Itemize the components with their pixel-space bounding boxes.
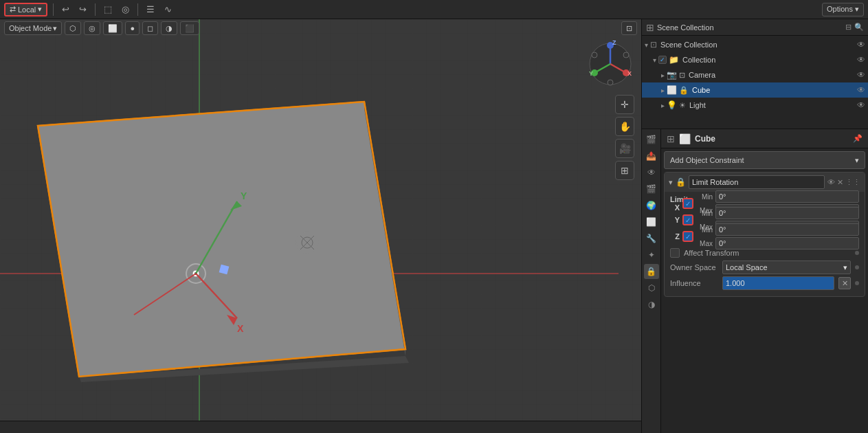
- cube-eye[interactable]: 👁: [857, 85, 865, 95]
- outliner-camera[interactable]: ▸ 📷 ⊡ Camera 👁: [642, 67, 868, 82]
- shading-rendered-btn[interactable]: ⬛: [180, 21, 199, 35]
- mode-label: Local: [18, 5, 36, 14]
- mode-selector[interactable]: ⇄ Local ▾: [4, 3, 47, 16]
- owner-space-dropdown[interactable]: Local Space ▾: [722, 260, 851, 274]
- limit-y-min-row: Min 0°: [696, 207, 859, 220]
- props-view-icon[interactable]: 👁: [644, 165, 659, 180]
- hand-btn[interactable]: ✋: [615, 117, 634, 136]
- snap-icon[interactable]: ⬚: [101, 3, 115, 16]
- proportional-icon[interactable]: ◎: [119, 3, 132, 16]
- scene-arrow: ▾: [645, 41, 648, 49]
- camera-icon2: ⊡: [679, 71, 685, 80]
- perspective-label: ⊡: [626, 24, 632, 33]
- limit-x-min-row: Min 0°: [696, 190, 859, 203]
- limit-y-min-value[interactable]: 0°: [715, 207, 859, 219]
- overlay-btn[interactable]: ◎: [84, 21, 100, 35]
- limit-y-min-label: Min: [696, 210, 713, 217]
- limit-y-check[interactable]: [682, 214, 693, 225]
- constraint-body: Limit X Min 0°: [665, 192, 865, 296]
- props-output-icon[interactable]: 📤: [644, 148, 659, 164]
- grid-btn[interactable]: ⊞: [615, 161, 634, 180]
- gizmo-svg: Z X Y: [586, 40, 634, 88]
- constraint-eye-icon[interactable]: 👁: [827, 178, 835, 186]
- viewport-shading-btn[interactable]: ⬡: [65, 21, 81, 35]
- limit-x-label: Limit X: [670, 195, 680, 212]
- props-object-icon[interactable]: ⬜: [644, 214, 659, 230]
- right-panel: ⊞ Scene Collection ⊟ 🔍 ▾ ⊡ Scene Collect…: [641, 19, 868, 433]
- owner-space-dot: [855, 265, 859, 269]
- outliner-scene-collection[interactable]: ▾ ⊡ Scene Collection 👁: [642, 37, 868, 52]
- limit-z-max-value[interactable]: 0°: [715, 237, 859, 249]
- svg-marker-4: [38, 102, 405, 377]
- influence-value: 1.000: [726, 279, 745, 287]
- light-icon2: ☀: [679, 101, 686, 110]
- perspective-toggle[interactable]: ⊡: [621, 21, 637, 35]
- limit-z-minmax: Min 0° Max 0°: [696, 223, 859, 250]
- xray-btn[interactable]: ⬜: [103, 21, 122, 35]
- limit-x-check[interactable]: [682, 198, 693, 209]
- limit-x-min-label: Min: [696, 193, 713, 201]
- top-toolbar: ⇄ Local ▾ ↩ ↪ ⬚ ◎ ☰ ∿ Options ▾: [0, 0, 868, 19]
- influence-dot: [855, 281, 859, 285]
- props-pin-icon[interactable]: 📌: [853, 134, 863, 143]
- props-particles-icon[interactable]: ✦: [644, 247, 659, 263]
- add-constraint-btn[interactable]: Add Object Constraint ▾: [664, 151, 865, 169]
- curve-icon[interactable]: ∿: [162, 3, 175, 16]
- cursor-btn[interactable]: ✛: [615, 95, 634, 114]
- outliner-cube[interactable]: ▸ ⬜ 🔒 Cube 👁: [642, 82, 868, 98]
- props-render-icon[interactable]: 🎬: [644, 132, 659, 147]
- props-scene-icon[interactable]: 🎬: [644, 181, 659, 197]
- svg-text:Y: Y: [241, 190, 247, 201]
- shading-wire-btn[interactable]: ◻: [142, 21, 158, 35]
- limit-z-row: Z Min 0°: [670, 229, 859, 244]
- shading-render-btn[interactable]: ◑: [161, 21, 177, 35]
- influence-bar[interactable]: 1.000: [722, 276, 834, 290]
- limit-z-label: Z: [670, 232, 680, 241]
- owner-space-label: Owner Space: [670, 263, 718, 271]
- filter-icon[interactable]: ⊟: [845, 23, 852, 32]
- props-modifier-icon[interactable]: 🔧: [644, 231, 659, 246]
- light-eye[interactable]: 👁: [857, 100, 865, 110]
- viewport[interactable]: Y X Object Mode ▾ ⬡ ◎: [0, 19, 641, 433]
- light-icon: 💡: [667, 100, 677, 110]
- influence-reset-btn[interactable]: ✕: [838, 277, 851, 289]
- outliner-light[interactable]: ▸ 💡 ☀ Light 👁: [642, 98, 868, 113]
- camera-eye[interactable]: 👁: [857, 70, 865, 80]
- constraint-delete-icon[interactable]: ✕: [837, 178, 843, 187]
- shading-solid-btn[interactable]: ●: [125, 21, 140, 35]
- constraint-move-icon[interactable]: ⋮⋮: [845, 178, 860, 187]
- props-material-icon[interactable]: ◑: [644, 297, 659, 312]
- scene-eye-icon[interactable]: 👁: [857, 40, 865, 49]
- viewport-grid: Y X: [0, 19, 641, 433]
- props-header-editor-icon: ⊞: [667, 133, 675, 144]
- cube-constraint-icon: 🔒: [679, 86, 689, 95]
- constraint-name-input[interactable]: [689, 175, 825, 189]
- camera-btn[interactable]: 🎥: [615, 139, 634, 158]
- affect-transform-dot: [855, 251, 859, 255]
- limit-z-max-label: Max: [696, 240, 713, 247]
- constraint-header-icons: 👁 ✕ ⋮⋮: [827, 178, 860, 187]
- object-mode-btn[interactable]: Object Mode ▾: [4, 21, 62, 35]
- owner-space-row: Owner Space Local Space ▾: [670, 260, 859, 274]
- props-constraint-icon[interactable]: 🔒: [644, 264, 659, 279]
- redo-icon[interactable]: ↪: [76, 3, 89, 16]
- search-icon[interactable]: 🔍: [854, 23, 864, 32]
- props-world-icon[interactable]: 🌍: [644, 198, 659, 213]
- gizmo-area[interactable]: Z X Y: [586, 40, 634, 88]
- camera-arrow: ▸: [661, 71, 665, 79]
- limit-z-min-value[interactable]: 0°: [715, 223, 859, 236]
- options-button[interactable]: Options ▾: [822, 3, 864, 16]
- cube-icon: ⬜: [667, 85, 677, 95]
- props-data-icon[interactable]: ⬡: [644, 280, 659, 296]
- collection-checkbox[interactable]: [658, 56, 667, 64]
- undo-icon[interactable]: ↩: [59, 3, 72, 16]
- limit-z-min-row: Min 0°: [696, 223, 859, 236]
- collection-eye[interactable]: 👁: [857, 55, 865, 65]
- transform-icon[interactable]: ☰: [144, 3, 157, 16]
- affect-transform-checkbox[interactable]: [670, 248, 680, 258]
- outliner-collection[interactable]: ▾ 📁 Collection 👁: [642, 52, 868, 67]
- constraint-expand-arrow[interactable]: ▾: [669, 178, 673, 187]
- limit-z-check[interactable]: [682, 231, 693, 242]
- limit-x-min-value[interactable]: 0°: [715, 190, 859, 203]
- toolbar-sep-2: [95, 3, 96, 16]
